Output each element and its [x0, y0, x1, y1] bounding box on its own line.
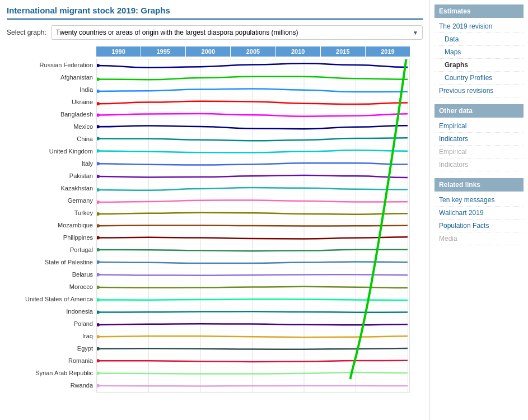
- sidebar-item[interactable]: Maps: [434, 46, 524, 59]
- country-label: Belarus: [7, 268, 96, 281]
- year-col-1990: 1990: [96, 46, 141, 57]
- sidebar-item[interactable]: The 2019 revision: [434, 20, 524, 33]
- sidebar-item[interactable]: Empirical: [434, 120, 524, 133]
- country-label: India: [7, 83, 96, 96]
- country-label: Romania: [7, 354, 96, 367]
- year-col-2015: 2015: [321, 46, 365, 57]
- country-label: Turkey: [7, 207, 96, 219]
- country-label: Iraq: [7, 330, 96, 342]
- country-label: State of Palestine: [7, 256, 96, 268]
- sidebar-item: Indicators: [434, 158, 524, 171]
- country-label: Philippines: [7, 231, 96, 244]
- page-title: International migrant stock 2019: Graphs: [7, 6, 423, 20]
- country-label: Pakistan: [7, 170, 96, 182]
- country-label: Rwanda: [7, 379, 96, 391]
- sidebar-item[interactable]: Population Facts: [434, 220, 524, 232]
- other-data-header: Other data: [434, 104, 524, 118]
- chart-area: 1990199520002005201020152019 Russian Fed…: [7, 46, 410, 393]
- country-label: Ukraine: [7, 96, 96, 108]
- year-col-2019: 2019: [366, 46, 410, 57]
- graph-select-dropdown[interactable]: Twenty countries or areas of origin with…: [51, 25, 423, 40]
- country-label: Egypt: [7, 342, 96, 354]
- country-label: Indonesia: [7, 305, 96, 318]
- country-label: Bangladesh: [7, 108, 96, 120]
- country-label: Kazakhstan: [7, 182, 96, 194]
- sidebar-item: Empirical: [434, 146, 524, 158]
- country-label: Poland: [7, 318, 96, 330]
- sidebar-item[interactable]: Graphs: [434, 59, 524, 72]
- sidebar: Estimates The 2019 revisionDataMapsGraph…: [430, 0, 528, 420]
- sidebar-item[interactable]: Country Profiles: [434, 72, 524, 85]
- country-label: Afghanistan: [7, 71, 96, 83]
- year-col-2005: 2005: [231, 46, 275, 57]
- sidebar-item[interactable]: Data: [434, 33, 524, 46]
- country-label: Mozambique: [7, 219, 96, 231]
- country-label: Germany: [7, 194, 96, 207]
- country-label: Italy: [7, 157, 96, 170]
- country-label: Mexico: [7, 120, 96, 133]
- country-label: Russian Federation: [7, 59, 96, 71]
- country-label: United Kingdom: [7, 145, 96, 157]
- estimates-header: Estimates: [434, 4, 524, 18]
- sidebar-item[interactable]: Previous revisions: [434, 85, 524, 97]
- chart-canvas: [96, 59, 410, 393]
- year-col-2010: 2010: [276, 46, 320, 57]
- sidebar-item[interactable]: Ten key messages: [434, 194, 524, 207]
- related-links-header: Related links: [434, 178, 524, 192]
- country-label: United States of America: [7, 293, 96, 305]
- country-label: Syrian Arab Republic: [7, 367, 96, 379]
- country-label: China: [7, 133, 96, 145]
- year-col-1995: 1995: [141, 46, 185, 57]
- sidebar-item: Media: [434, 232, 524, 245]
- year-col-2000: 2000: [186, 46, 230, 57]
- country-label: Portugal: [7, 244, 96, 256]
- country-label: Morocco: [7, 281, 96, 293]
- sidebar-item[interactable]: Indicators: [434, 133, 524, 146]
- select-graph-label: Select graph:: [7, 29, 46, 36]
- sidebar-item[interactable]: Wallchart 2019: [434, 207, 524, 220]
